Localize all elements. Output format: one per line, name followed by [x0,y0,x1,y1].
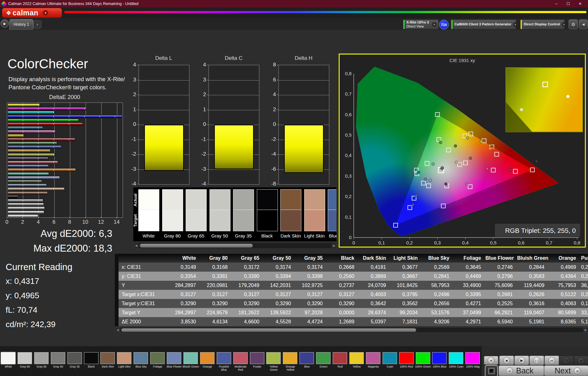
continuous-measure-button[interactable]: ∞ [544,356,559,365]
column-header-gray-80: Gray 80 [200,255,232,261]
play-button[interactable]: ▶ [514,356,529,365]
deltae-bar-cyan [8,126,43,129]
column-header-foliage: Foliage [454,255,485,261]
column-header-dark-skin: Dark Skin [359,255,390,261]
actual-target-swatch-panel: ActualTargetWhiteGray 80Gray 65Gray 50Gr… [133,187,336,241]
table-row-y-cie31: y: CIE310,33540,33810,33900,33940,33980,… [119,272,588,281]
svg-text:0,6: 0,6 [345,112,352,117]
tab-history-1[interactable]: History 1 [9,19,33,29]
window-pattern-button[interactable]: ■ [485,365,498,376]
transport-panel: ▲ ■ ■ ▶ [··] ∞ ↻ ● « Back Next » [482,346,588,376]
play-icon: ▶ [518,357,525,364]
maximize-button[interactable]: ☐ [564,2,573,6]
target-swatch-black [257,210,278,231]
tab-scroll-button[interactable]: ▶ [1,19,9,28]
minimize-button[interactable]: ─ [552,2,561,6]
target-row-label: Target [133,210,138,231]
svg-text:0,8: 0,8 [345,71,352,76]
actual-swatch-gray-65 [186,189,207,210]
actual-swatch-gray-80 [162,189,183,210]
reading-cdm2: cd/m²: 242,39 [6,320,56,329]
add-tab-button[interactable]: + [33,20,41,29]
palette-scroll-up-button[interactable]: ▲ [484,356,498,365]
close-button[interactable]: ✕ [575,2,585,6]
deltae-bar-blue [8,145,61,149]
colorchecker-data-table: WhiteGray 80Gray 65Gray 50Gray 35BlackDa… [115,254,588,326]
column-header-orange: Orange [549,255,580,261]
column-header-gray-65: Gray 65 [232,255,264,261]
reading-y: y: 0,4965 [6,291,39,300]
scroll-left-icon[interactable]: ◀ [115,327,120,332]
display-control-label: Direct Display Control [522,22,560,26]
column-header-white: White [169,255,200,261]
gear-icon[interactable]: ⚙ [569,19,578,29]
actual-swatch-black [257,189,278,210]
record-icon: ● [578,357,585,364]
actual-swatch-dark-skin [280,189,301,210]
svg-text:0,5: 0,5 [345,132,352,138]
back-icon: « [506,367,513,374]
calman-logo-icon: ❖ [6,9,11,17]
chart-title-delta-l: Delta L [139,55,189,61]
tab-row: ▶ History 1 + X-Rite i1Pro 3 Direct View… [0,18,588,30]
deltae-bar-gray-65 [8,206,45,210]
deltae-bar-bluish-green [8,172,49,175]
meter-dropdown[interactable]: X-Rite i1Pro 3 Direct View ▼ [403,19,439,29]
back-label: Back [516,366,534,375]
next-button[interactable]: Next » [544,365,588,376]
refresh-button[interactable]: ↻ [559,356,574,365]
scroll-left-icon[interactable]: ◀ [134,243,139,248]
chart-title-delta-h: Delta H [278,55,329,61]
calman-menu-button[interactable]: ❖ calman ▼ [2,8,62,18]
avg-de2000-value: Avg dE2000: 6,3 [0,228,112,239]
app-icon [1,1,7,7]
target-swatch-gray-65 [186,210,207,231]
stop-button[interactable]: ■ [499,356,514,365]
delta-l-chart [139,65,189,185]
svg-text:0,8: 0,8 [574,240,580,245]
delta-h-chart [278,65,329,185]
stop-icon: ■ [503,357,510,364]
record-button[interactable]: ● [574,356,588,365]
scroll-right-icon[interactable]: ▶ [331,243,337,248]
column-header-gray-50: Gray 50 [264,255,295,261]
pattern-generator-label: CalMAN Client 3 Pattern Generator [453,22,511,26]
target-swatch-white [138,210,159,231]
svg-text:0,7: 0,7 [546,240,553,245]
column-header-bluish-green: Bluish Green [517,255,549,261]
chevron-down-icon: ▼ [43,10,48,16]
table-scrollbar[interactable]: ◀ ▶ [115,327,588,333]
page-description: Display analysis is performed with the X… [8,75,125,91]
next-icon: » [574,367,581,374]
scrollbar-thumb[interactable] [121,328,416,332]
collapse-panel-button[interactable]: ◀ [579,19,588,29]
deltae-bar-100-red [8,123,83,126]
swatch-scrollbar[interactable]: ◀ ▶ [133,243,337,249]
deltae-bar-magenta [8,130,56,133]
scroll-right-icon[interactable]: ▶ [583,327,588,332]
deltae-bar-foliage [8,180,42,183]
deltae-x-axis: 02468101214 [7,218,126,225]
column-header-blue-flower: Blue Flower [485,255,517,261]
single-measure-button[interactable]: [··] [529,356,544,365]
deltae-bar-moderate-red [8,161,58,164]
scrollbar-thumb[interactable] [140,244,253,248]
target-swatch-gray-35 [233,210,254,231]
actual-swatch-light-skin [304,189,325,210]
pattern-generator-dropdown[interactable]: CalMAN Client 3 Pattern Generator ▼ [451,19,516,29]
infinity-icon: ∞ [548,357,555,364]
deltae-bar-blue-flower [8,176,60,179]
deltae-bar-100-blue [8,115,122,118]
deltae-bar-gray-50 [8,203,44,206]
deltae-bar-white [8,214,38,217]
actual-swatch-gray-50 [209,189,230,210]
back-button[interactable]: « Back [499,365,544,376]
svg-text:0,1: 0,1 [345,214,352,220]
table-header-row: WhiteGray 80Gray 65Gray 50Gray 35BlackDa… [119,254,588,263]
deltae-bar-purple [8,157,48,160]
target-swatch-gray-80 [162,210,183,231]
column-header-purplis: Purplis [580,255,588,261]
display-control-dropdown[interactable]: Direct Display Control ▼ [520,19,565,29]
page-title: ColorChecker [8,56,88,71]
deltae-bar-purplish-blue [8,164,49,168]
